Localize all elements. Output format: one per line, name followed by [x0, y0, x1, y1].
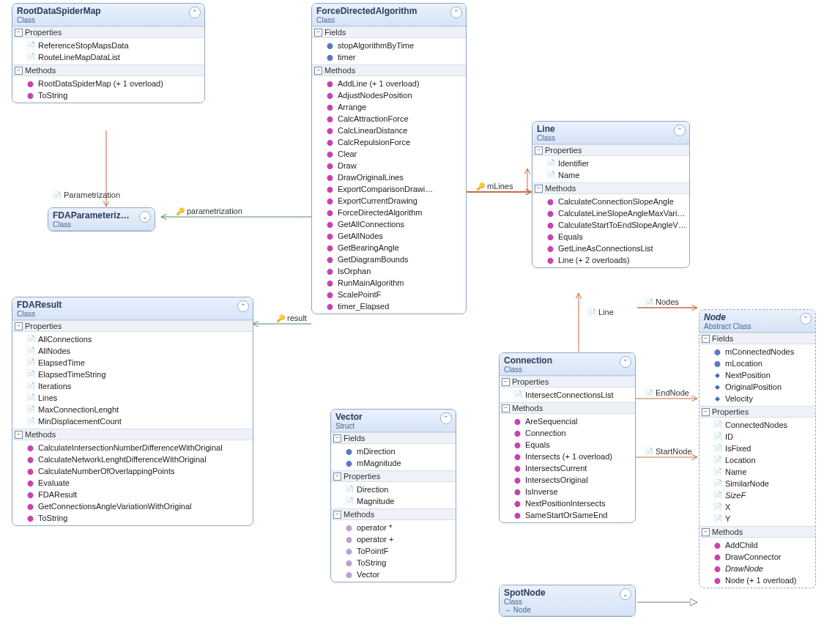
section-properties[interactable]: − Properties [12, 320, 253, 332]
member-item[interactable]: AddChild [699, 539, 815, 551]
member-item[interactable]: CalculateStartToEndSlopeAngleV… [532, 219, 689, 231]
expand-icon[interactable]: ⌄ [139, 211, 151, 223]
class-title[interactable]: RootDataSpiderMap Class ⌃ [12, 4, 204, 26]
section-methods[interactable]: − Methods [312, 64, 466, 76]
member-item[interactable]: SizeF [699, 489, 815, 501]
section-fields[interactable]: − Fields [699, 333, 815, 344]
expander-icon[interactable]: − [15, 67, 23, 75]
expander-icon[interactable]: − [535, 185, 543, 193]
member-item[interactable]: ElapsedTimeString [12, 369, 253, 380]
member-item[interactable]: ExportComparisonDrawi… [312, 183, 466, 195]
member-item[interactable]: DrawConnector [699, 551, 815, 563]
expander-icon[interactable]: − [333, 473, 341, 481]
expander-icon[interactable]: − [15, 29, 23, 37]
class-title[interactable]: Node Abstract Class ⌃ [699, 310, 815, 333]
member-item[interactable]: AllConnections [12, 333, 253, 345]
expander-icon[interactable]: − [333, 511, 341, 519]
class-forcedirectedalgorithm[interactable]: ForceDirectedAlgorithm Class ⌃ − Fields … [311, 3, 467, 314]
section-methods[interactable]: − Methods [331, 508, 456, 520]
member-item[interactable]: CalculateLineSlopeAngleMaxVari… [532, 207, 689, 219]
collapse-icon[interactable]: ⌃ [674, 125, 686, 136]
field-item[interactable]: mMagnitude [331, 457, 456, 469]
class-title[interactable]: SpotNode Class → Node ⌄ [500, 585, 635, 616]
member-item[interactable]: Identifier [532, 158, 689, 169]
member-item[interactable]: Name [699, 466, 815, 478]
member-item[interactable]: ToString [12, 89, 204, 101]
member-item[interactable]: CalculateConnectionSlopeAngle [532, 196, 689, 207]
member-item[interactable]: Intersects (+ 1 overload) [500, 451, 635, 462]
class-node[interactable]: Node Abstract Class ⌃ − Fields mConnecte… [699, 309, 816, 588]
section-fields[interactable]: − Fields [331, 432, 456, 444]
class-rootdataspidermap[interactable]: RootDataSpiderMap Class ⌃ − Properties R… [12, 3, 205, 103]
field-item[interactable]: Velocity [699, 393, 815, 404]
member-item[interactable]: SimilarNode [699, 478, 815, 489]
member-item[interactable]: ToString [12, 512, 253, 524]
class-title[interactable]: FDAResult Class ⌃ [12, 297, 253, 320]
field-item[interactable]: stopAlgorithmByTime [312, 40, 466, 51]
member-item[interactable]: ElapsedTime [12, 357, 253, 369]
expander-icon[interactable]: − [502, 404, 510, 412]
member-item[interactable]: CalculateNetworkLenghtDifferenceWithOrig… [12, 454, 253, 465]
expander-icon[interactable]: − [314, 29, 322, 37]
member-item[interactable]: DrawNode [699, 563, 815, 574]
member-item[interactable]: GetConnectionsAngleVariationWithOriginal [12, 500, 253, 512]
member-item[interactable]: ToPointF [331, 545, 456, 557]
section-methods[interactable]: − Methods [532, 182, 689, 194]
member-item[interactable]: Draw [312, 160, 466, 171]
class-title[interactable]: Vector Struct ⌃ [331, 410, 456, 432]
member-item[interactable]: Lines [12, 392, 253, 404]
member-item[interactable]: Node (+ 1 overload) [699, 574, 815, 586]
class-title[interactable]: Line Class ⌃ [532, 122, 689, 144]
member-item[interactable]: Magnitude [331, 495, 456, 507]
collapse-icon[interactable]: ⌃ [800, 313, 812, 325]
member-item[interactable]: operator * [331, 522, 456, 533]
member-item[interactable]: CalculateIntersectionNumberDifferenceWit… [12, 442, 253, 454]
expander-icon[interactable]: − [15, 431, 23, 439]
member-item[interactable]: RunMainAlgorithm [312, 277, 466, 289]
member-item[interactable]: Clear [312, 148, 466, 160]
member-item[interactable]: IntersectsCurrent [500, 462, 635, 474]
member-item[interactable]: Equals [532, 231, 689, 243]
section-methods[interactable]: − Methods [500, 402, 635, 414]
member-item[interactable]: ConnectedNodes [699, 419, 815, 431]
field-item[interactable]: mDirection [331, 445, 456, 457]
member-item[interactable]: CalcLinearDistance [312, 125, 466, 136]
member-item[interactable]: X [699, 501, 815, 513]
expander-icon[interactable]: − [702, 335, 710, 343]
member-item[interactable]: IsFixed [699, 443, 815, 454]
class-title[interactable]: ForceDirectedAlgorithm Class ⌃ [312, 4, 466, 26]
member-item[interactable]: Arrange [312, 101, 466, 113]
section-properties[interactable]: − Properties [532, 144, 689, 156]
field-item[interactable]: OriginalPosition [699, 381, 815, 393]
field-item[interactable]: NextPosition [699, 369, 815, 381]
struct-vector[interactable]: Vector Struct ⌃ − Fields mDirectionmMagn… [330, 409, 456, 582]
member-item[interactable]: ReferenceStopMapsData [12, 40, 204, 51]
member-item[interactable]: AddLine (+ 1 overload) [312, 78, 466, 89]
member-item[interactable]: ScalePointF [312, 289, 466, 300]
member-item[interactable]: NextPositionIntersects [500, 497, 635, 509]
collapse-icon[interactable]: ⌃ [450, 7, 462, 18]
member-item[interactable]: AllNodes [12, 345, 253, 357]
section-properties[interactable]: − Properties [331, 470, 456, 482]
member-item[interactable]: Iterations [12, 380, 253, 392]
member-item[interactable]: MinDisplacementCount [12, 415, 253, 427]
member-item[interactable]: FDAResult [12, 489, 253, 500]
expander-icon[interactable]: − [535, 147, 543, 155]
member-item[interactable]: CalcAttractionForce [312, 113, 466, 125]
field-item[interactable]: mConnectedNodes [699, 346, 815, 358]
member-item[interactable]: GetLineAsConnectionsList [532, 243, 689, 254]
expander-icon[interactable]: − [15, 322, 23, 330]
member-item[interactable]: Location [699, 454, 815, 466]
class-title[interactable]: Connection Class ⌃ [500, 353, 635, 376]
member-item[interactable]: ForceDirectedAlgorithm [312, 207, 466, 218]
section-fields[interactable]: − Fields [312, 26, 466, 38]
section-methods[interactable]: − Methods [12, 429, 253, 440]
member-item[interactable]: Y [699, 513, 815, 525]
member-item[interactable]: Connection [500, 427, 635, 439]
section-properties[interactable]: − Properties [699, 406, 815, 418]
member-item[interactable]: RootDataSpiderMap (+ 1 overload) [12, 78, 204, 89]
member-item[interactable]: operator + [331, 533, 456, 545]
member-item[interactable]: Line (+ 2 overloads) [532, 254, 689, 266]
member-item[interactable]: IsInverse [500, 486, 635, 497]
field-item[interactable]: mLocation [699, 358, 815, 369]
